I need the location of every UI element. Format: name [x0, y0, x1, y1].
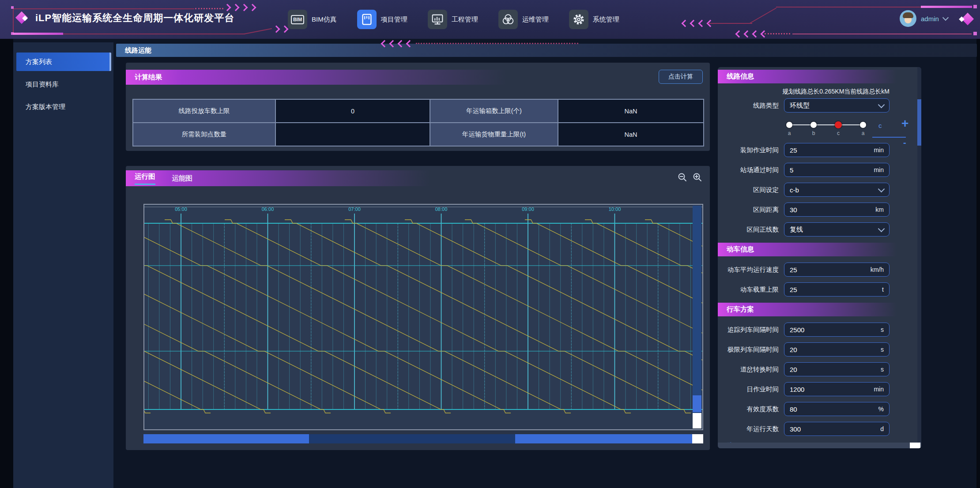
input-动车平均运行速度[interactable]: 25 km/h — [784, 263, 890, 277]
corner-diamond-icon — [959, 14, 974, 25]
config-horizontal-scrollbar[interactable] — [718, 443, 921, 448]
chart-vertical-scrollbar[interactable] — [693, 206, 701, 428]
nav-item-system[interactable]: 系统管理 — [569, 10, 619, 29]
field-label: 动车平均运行速度 — [727, 266, 784, 274]
train-info-header: 动车信息 — [718, 243, 921, 256]
zoom-in-icon[interactable] — [692, 172, 703, 183]
nav-item-bim[interactable]: BIMBIM仿真 — [288, 10, 337, 29]
chart-vertical-scrollbar-thumb[interactable] — [693, 395, 701, 412]
zoom-out-icon[interactable] — [677, 172, 688, 183]
field-label: 追踪列车间隔时间 — [727, 326, 784, 334]
input-追踪列车间隔时间[interactable]: 2500 s — [784, 323, 890, 337]
nav-item-engineering[interactable]: 工程管理 — [428, 10, 478, 29]
select-线路类型[interactable]: 环线型 — [784, 98, 890, 113]
left-edge — [0, 39, 13, 488]
avatar — [900, 10, 916, 27]
table-row: 线路投放车数上限0年运输箱数上限(个)NaN — [133, 99, 704, 123]
chart-tabs: 运行图运能图 — [126, 170, 497, 186]
user-menu[interactable]: admin — [900, 10, 948, 27]
sidebar-item[interactable]: 方案列表 — [16, 53, 111, 71]
input-装卸作业时间[interactable]: 25 min — [784, 143, 890, 157]
config-vertical-scrollbar[interactable] — [917, 67, 921, 448]
bim-text: BIM — [291, 15, 304, 24]
add-station-button[interactable]: + — [901, 116, 908, 131]
chevron-down-icon — [878, 225, 885, 232]
page-scrollbar[interactable] — [976, 39, 980, 488]
config-panel: 线路信息 规划线路总长0.265KM当前线路总长kM 线路类型 环线型 abca… — [718, 67, 921, 448]
nav-item-label: 系统管理 — [593, 15, 619, 24]
field-label: 动车载重上限 — [727, 285, 784, 294]
chevron-down-icon — [942, 15, 949, 21]
form-field: 极限列车间隔时间 20 s — [727, 342, 890, 357]
deco-right-line — [708, 23, 752, 24]
tab-运行图[interactable]: 运行图 — [135, 172, 155, 185]
field-unit: km/h — [871, 266, 884, 273]
chart-hscroll-thumb-right[interactable] — [515, 434, 692, 443]
field-value: 1200 — [790, 386, 804, 393]
svg-text:06:00: 06:00 — [262, 206, 274, 212]
station-slider: abca c + - — [727, 118, 921, 139]
table-row: 所需装卸点数量年运输货物重量上限(t)NaN — [133, 123, 704, 146]
chart-scroll-corner[interactable] — [693, 413, 701, 428]
field-value: 20 — [790, 346, 797, 353]
input-日作业时间[interactable]: 1200 min — [784, 382, 890, 396]
chart-horizontal-scrollbar[interactable] — [143, 434, 703, 443]
form-field: 区间正线数 复线 — [727, 222, 890, 236]
input-区间距离[interactable]: 30 km — [784, 203, 890, 217]
station-dot-b[interactable] — [810, 122, 817, 128]
remove-station-button[interactable]: - — [903, 138, 906, 148]
input-有效度系数[interactable]: 80 % — [784, 402, 890, 416]
field-value: 20 — [790, 366, 797, 373]
sidebar-item-label: 方案版本管理 — [26, 103, 65, 111]
field-unit: % — [878, 405, 884, 413]
select-区间正线数[interactable]: 复线 — [784, 222, 890, 236]
results-panel: 计算结果 点击计算 线路投放车数上限0年运输箱数上限(个)NaN所需装卸点数量年… — [126, 63, 710, 151]
select-区间设定[interactable]: c-b — [784, 183, 890, 197]
form-field: 线路类型 环线型 — [727, 98, 890, 113]
form-field: 年运行天数 300 d — [727, 422, 890, 436]
plan-fields: 追踪列车间隔时间 2500 s 极限列车间隔时间 20 s 道岔转换时间 20 … — [718, 323, 921, 436]
form-field: 日作业时间 1200 min — [727, 382, 890, 396]
deco-square — [11, 6, 14, 9]
station-dot-a[interactable] — [786, 122, 792, 128]
input-极限列车间隔时间[interactable]: 20 s — [784, 342, 890, 357]
tab-运能图[interactable]: 运能图 — [172, 174, 193, 183]
field-unit: d — [880, 425, 884, 432]
results-header: 计算结果 — [126, 70, 590, 85]
main-nav: BIMBIM仿真项目管理工程管理运维管理系统管理 — [288, 10, 619, 29]
line-info-title: 线路信息 — [727, 72, 754, 81]
result-value: NaN — [558, 99, 704, 123]
chart-hscroll-thumb-left[interactable] — [143, 434, 309, 443]
field-unit: s — [881, 326, 884, 333]
chevron-down-icon — [878, 101, 885, 108]
chevron-down-icon — [878, 185, 885, 192]
project-board-icon — [357, 10, 377, 29]
deco-top-line — [13, 8, 194, 9]
calculate-button[interactable]: 点击计算 — [659, 70, 703, 84]
sidebar-item[interactable]: 项目资料库 — [13, 75, 113, 94]
config-hscroll-thumb[interactable] — [910, 443, 920, 448]
form-field: 道岔转换时间 20 s — [727, 362, 890, 376]
chart-hscroll-corner[interactable] — [692, 434, 703, 443]
result-value — [275, 123, 430, 146]
nav-item-project[interactable]: 项目管理 — [357, 10, 407, 29]
result-value: NaN — [558, 123, 704, 146]
chart-panel: 运行图运能图 05:0006:0007:0008:0009:0010:00 — [126, 166, 710, 450]
input-年运行天数[interactable]: 300 d — [784, 422, 890, 436]
field-value: 25 — [790, 266, 797, 274]
user-name: admin — [921, 15, 939, 23]
input-站场通过时间[interactable]: 5 min — [784, 163, 890, 177]
input-动车载重上限[interactable]: 25 t — [784, 282, 890, 297]
field-value: 25 — [790, 146, 797, 154]
deco-bright-bar — [13, 33, 63, 35]
train-diagram: 05:0006:0007:0008:0009:0010:00 — [144, 205, 702, 429]
station-input[interactable]: c — [878, 122, 882, 129]
form-field: 动车载重上限 25 t — [727, 282, 890, 297]
station-dot-a[interactable] — [860, 122, 866, 128]
nav-item-operations[interactable]: 运维管理 — [498, 10, 549, 29]
input-道岔转换时间[interactable]: 20 s — [784, 362, 890, 376]
gear-icon — [569, 10, 588, 29]
sidebar-item[interactable]: 方案版本管理 — [13, 98, 113, 116]
config-vscroll-thumb[interactable] — [917, 99, 921, 146]
station-dot-c[interactable] — [835, 121, 842, 128]
